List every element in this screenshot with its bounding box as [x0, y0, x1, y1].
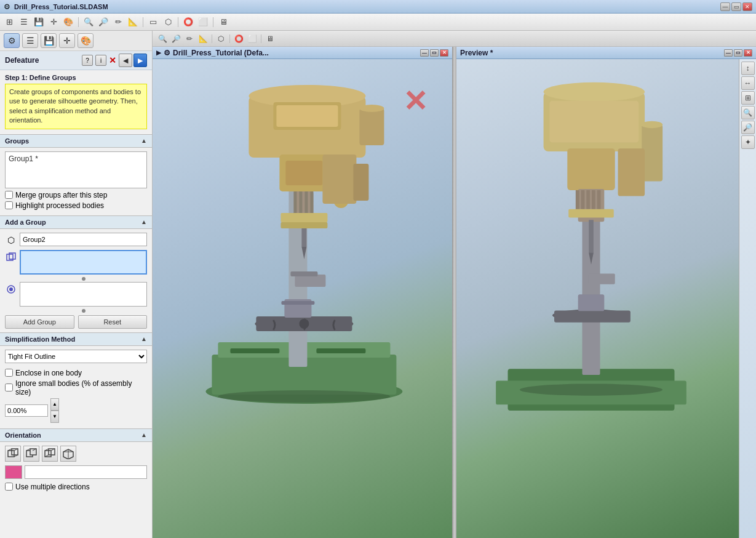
forward-button[interactable]: ▶: [133, 54, 147, 67]
close-button[interactable]: ✕: [742, 2, 752, 11]
orientation-icons-row: [5, 446, 147, 462]
toolbar-icon2[interactable]: ☰: [17, 15, 31, 29]
rs-btn3[interactable]: ⊞: [741, 91, 755, 105]
preview-max[interactable]: ▭: [734, 49, 742, 57]
toolbar-view1[interactable]: ⭕: [181, 15, 195, 29]
dim-expert-icon[interactable]: ✛: [59, 33, 75, 48]
groups-section-header[interactable]: Groups ▲: [0, 134, 152, 148]
toolbar-icon3[interactable]: 💾: [32, 15, 46, 29]
multiple-directions-checkbox[interactable]: [5, 483, 13, 491]
orient-isometric-button[interactable]: [60, 446, 76, 462]
window-controls: — ▭ ✕: [720, 2, 752, 11]
toolbar-pencil[interactable]: ✏: [111, 15, 125, 29]
vt-circle[interactable]: ⭕: [233, 33, 245, 45]
info-button[interactable]: i: [95, 55, 106, 66]
left-viewport[interactable]: ▶ ⚙ Drill_Press_Tutorial (Defa... — ▭ ✕ …: [153, 47, 453, 538]
highlight-bodies-label: Highlight processed bodies: [15, 201, 104, 210]
left-vp-max[interactable]: ▭: [430, 49, 439, 57]
merge-groups-checkbox[interactable]: [5, 191, 13, 199]
tree-expand-icon[interactable]: ▶: [156, 49, 161, 56]
reset-button[interactable]: Reset: [78, 315, 148, 329]
appearance-icon[interactable]: 🎨: [78, 33, 94, 48]
add-group-section-title: Add a Group: [5, 219, 141, 226]
right-viewport[interactable]: Preview * — ▭ ✕: [456, 47, 756, 538]
svg-rect-5: [12, 449, 18, 455]
color-input[interactable]: [25, 465, 147, 479]
toolbar-icon5[interactable]: 🎨: [62, 15, 75, 29]
preview-min[interactable]: —: [724, 49, 733, 57]
left-panel: ⚙ ☰ 💾 ✛ 🎨 Defeature ? i ✕ ◀ ▶ Step 1: De…: [0, 31, 153, 538]
help-button[interactable]: ?: [82, 55, 93, 66]
restore-button[interactable]: ▭: [731, 2, 741, 11]
property-manager-icon[interactable]: ☰: [22, 33, 38, 48]
defeature-controls: ? i: [82, 55, 106, 66]
toolbar-shape2[interactable]: ⬡: [161, 15, 175, 29]
orient-top-button[interactable]: [23, 446, 39, 462]
ignore-small-checkbox[interactable]: [5, 383, 13, 391]
group1-item[interactable]: Group1 *: [7, 154, 145, 164]
rs-btn1[interactable]: ↕: [741, 62, 755, 75]
preview-titlebar: Preview * — ▭ ✕: [456, 47, 756, 59]
component-select-box[interactable]: [20, 250, 147, 275]
groups-list[interactable]: Group1 *: [5, 151, 147, 188]
groups-content: Group1 * Merge groups after this step Hi…: [0, 148, 152, 215]
toolbar-separator4: [213, 17, 213, 27]
percent-input[interactable]: [5, 404, 48, 417]
rs-btn4[interactable]: 🔍: [741, 106, 755, 119]
enclose-body-checkbox[interactable]: [5, 369, 13, 377]
add-group-button[interactable]: Add Group: [5, 315, 74, 329]
toolbar-icon1[interactable]: ⊞: [2, 15, 16, 29]
simplification-method-select[interactable]: Tight Fit Outline Bounding Box Convex Hu…: [5, 350, 147, 363]
toolbar-zoom-in[interactable]: 🔎: [97, 15, 110, 29]
toolbar-screen[interactable]: 🖥: [217, 15, 230, 29]
orient-side-button[interactable]: [42, 446, 58, 462]
body-select-box[interactable]: [20, 282, 147, 307]
window-title: Drill_Press_Tutorial.SLDASM: [14, 3, 720, 10]
group-name-row: ⬡: [5, 233, 147, 249]
vt-zoom[interactable]: 🔎: [170, 33, 182, 45]
preview-close[interactable]: ✕: [744, 49, 752, 57]
feature-tree-icon[interactable]: ⚙: [4, 33, 20, 48]
left-vp-close[interactable]: ✕: [440, 49, 448, 57]
toolbar-shape1[interactable]: ▭: [146, 15, 160, 29]
spin-down-button[interactable]: ▼: [50, 411, 59, 423]
vt-sep1: [212, 34, 212, 43]
highlight-bodies-checkbox[interactable]: [5, 201, 13, 209]
toolbar-ruler[interactable]: 📐: [126, 15, 140, 29]
simplification-collapse-icon: ▲: [141, 335, 147, 342]
simplification-section-header[interactable]: Simplification Method ▲: [0, 332, 152, 346]
vt-sep2: [229, 34, 230, 43]
toolbar-view2[interactable]: ⬜: [196, 15, 210, 29]
left-vp-min[interactable]: —: [420, 49, 429, 57]
vt-rect[interactable]: ⬜: [246, 33, 258, 45]
multiple-directions-label: Use multiple directions: [15, 483, 90, 491]
vt-measure[interactable]: 📐: [197, 33, 209, 45]
rs-btn2[interactable]: ↔: [741, 76, 755, 90]
color-swatch[interactable]: [5, 465, 22, 479]
back-button[interactable]: ◀: [119, 54, 132, 67]
close-defeature-button[interactable]: ✕: [109, 55, 116, 65]
simplification-section-title: Simplification Method: [5, 335, 141, 343]
config-manager-icon[interactable]: 💾: [41, 33, 57, 48]
add-group-section-header[interactable]: Add a Group ▲: [0, 215, 152, 229]
vt-display[interactable]: 🖥: [264, 33, 276, 45]
rs-btn5[interactable]: 🔎: [741, 121, 755, 134]
vt-edit[interactable]: ✏: [183, 33, 196, 45]
toolbar-search[interactable]: 🔍: [82, 15, 95, 29]
toolbar-icon4[interactable]: ✛: [47, 15, 60, 29]
step1-title: Step 1: Define Groups: [5, 74, 147, 81]
rs-btn6[interactable]: ✦: [741, 135, 755, 149]
title-bar: ⚙ Drill_Press_Tutorial.SLDASM — ▭ ✕: [0, 0, 756, 14]
minimize-button[interactable]: —: [720, 2, 730, 11]
main-toolbar: ⊞ ☰ 💾 ✛ 🎨 🔍 🔎 ✏ 📐 ▭ ⬡ ⭕ ⬜ 🖥: [0, 14, 756, 31]
orientation-section-header[interactable]: Orientation ▲: [0, 428, 152, 442]
vt-cube[interactable]: ⬡: [215, 33, 227, 45]
spin-up-button[interactable]: ▲: [50, 398, 59, 411]
component-input-area: [20, 250, 147, 281]
orient-front-button[interactable]: [5, 446, 21, 462]
component-select-row: [5, 250, 147, 281]
ignore-small-label: Ignore small bodies (% of assembly size): [15, 379, 147, 396]
toolbar-separator1: [78, 17, 79, 27]
group-name-input[interactable]: [20, 233, 147, 246]
vt-search[interactable]: 🔍: [156, 33, 169, 45]
